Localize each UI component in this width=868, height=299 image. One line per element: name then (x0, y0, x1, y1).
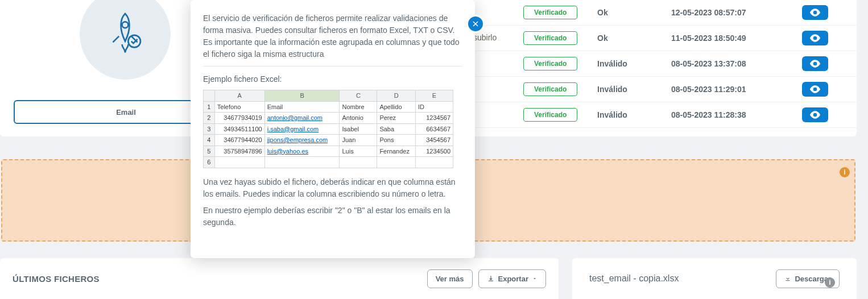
excel-email-link: i.saba@gmail.com (267, 126, 319, 132)
excel-corner (204, 90, 215, 102)
excel-row: 1 Telefono Email Nombre Apellido ID (204, 101, 453, 113)
excel-col-header: E (416, 90, 453, 102)
modal-intro-text: El servicio de verificación de ficheros … (203, 13, 462, 60)
close-button[interactable] (466, 15, 485, 33)
divider (203, 66, 462, 67)
excel-col-header: C (340, 90, 377, 102)
excel-col-header-selected: B (264, 90, 340, 102)
excel-email-link: antonio@gmail.com (267, 114, 323, 121)
excel-row: 5 35758947896 luis@yahoo.es Luis Fernand… (204, 146, 453, 157)
excel-col-header: A (214, 90, 264, 102)
excel-row: 2 34677934019 antonio@gmail.com Antonio … (204, 113, 453, 124)
modal-after-text-2: En nuestro ejemplo deberías escribir "2"… (203, 205, 462, 229)
excel-row: 4 34677944020 jjpons@empresa.com Juan Po… (204, 135, 453, 146)
excel-email-link: jjpons@empresa.com (267, 136, 328, 143)
modal-overlay: El servicio de verificación de ficheros … (0, 0, 868, 299)
excel-email-link: luis@yahoo.es (267, 148, 308, 155)
excel-col-header: D (377, 90, 416, 102)
modal-after-text-1: Una vez hayas subido el fichero, deberás… (203, 176, 462, 200)
excel-row: 3 34934511100 i.saba@gmail.com Isabel Sa… (204, 123, 453, 135)
excel-row: 6 (204, 157, 453, 168)
modal-example-label: Ejemplo fichero Excel: (203, 73, 462, 85)
excel-preview: A B C D E 1 Telefono Email Nombre Apelli… (203, 90, 453, 168)
close-icon (472, 20, 480, 28)
help-modal: El servicio de verificación de ficheros … (191, 0, 475, 258)
